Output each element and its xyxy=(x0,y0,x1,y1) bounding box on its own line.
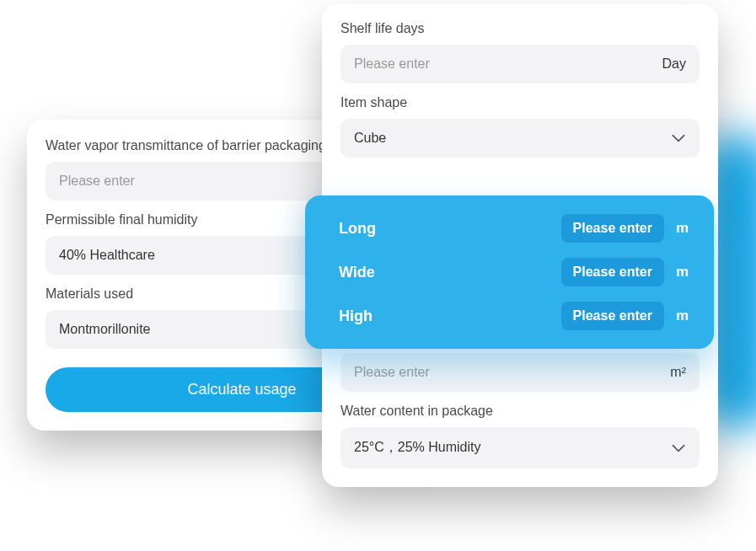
surface-input[interactable]: Please enter m² xyxy=(340,353,700,392)
shape-label: Item shape xyxy=(340,95,700,110)
dimension-unit: m xyxy=(676,220,689,237)
water-select[interactable]: 25°C，25% Humidity xyxy=(340,427,700,468)
surface-placeholder: Please enter xyxy=(354,365,430,380)
chevron-down-icon xyxy=(671,444,686,452)
chevron-down-icon xyxy=(671,134,686,142)
dimension-row-long: Long Please enter m xyxy=(339,214,689,243)
dimension-unit: m xyxy=(676,308,689,324)
dimension-label: Long xyxy=(339,220,376,238)
dimension-label: Wide xyxy=(339,264,375,281)
dimension-row-wide: Wide Please enter m xyxy=(339,258,689,286)
water-value: 25°C，25% Humidity xyxy=(354,439,480,457)
shelf-placeholder: Please enter xyxy=(354,56,430,72)
shelf-suffix: Day xyxy=(662,56,686,72)
dimension-input-high[interactable]: Please enter xyxy=(561,302,664,330)
dimension-unit: m xyxy=(676,264,689,281)
shape-select[interactable]: Cube xyxy=(340,119,700,158)
shelf-label: Shelf life days xyxy=(340,21,700,36)
dimension-input-wide[interactable]: Please enter xyxy=(561,258,664,286)
surface-suffix: m² xyxy=(670,365,686,380)
shape-value: Cube xyxy=(354,131,386,146)
materials-value: Montmorillonite xyxy=(59,322,150,337)
dimension-label: High xyxy=(339,308,373,325)
water-label: Water content in package xyxy=(340,404,700,419)
dimension-input-long[interactable]: Please enter xyxy=(561,214,664,243)
dimension-row-high: High Please enter m xyxy=(339,302,689,330)
shelf-input[interactable]: Please enter Day xyxy=(340,45,700,83)
humidity-value: 40% Healthcare xyxy=(59,248,155,263)
dimensions-panel: Long Please enter m Wide Please enter m … xyxy=(305,195,714,349)
wvt-placeholder: Please enter xyxy=(59,174,135,189)
